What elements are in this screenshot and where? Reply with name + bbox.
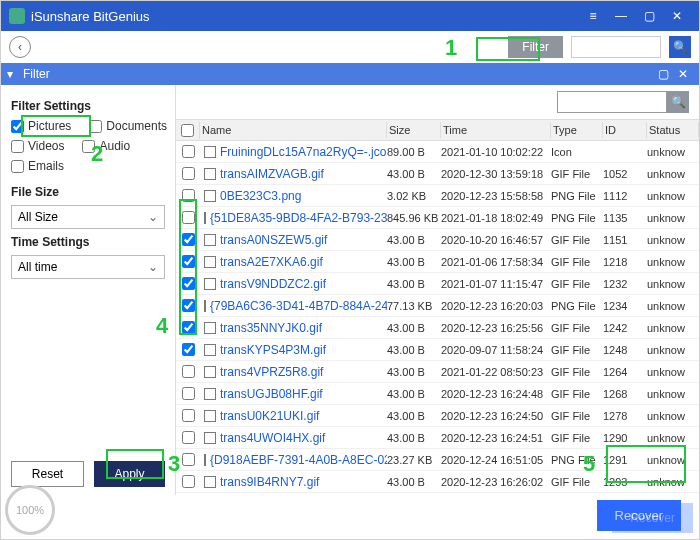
minimize-button[interactable]: —	[607, 1, 635, 31]
file-id: 1264	[603, 366, 647, 378]
table-row[interactable]: transAIMZVAGB.gif43.00 B2020-12-30 13:59…	[176, 163, 699, 185]
row-checkbox[interactable]	[182, 277, 195, 290]
file-icon	[204, 476, 216, 488]
table-row[interactable]: trans9IB4RNY7.gif43.00 B2020-12-23 16:26…	[176, 471, 699, 493]
toolbar-search-input[interactable]	[571, 36, 661, 58]
progress-circle: 100%	[5, 485, 55, 535]
file-id: 1293	[603, 476, 647, 488]
time-select[interactable]: All time⌄	[11, 255, 165, 279]
file-status: unknow	[647, 190, 699, 202]
file-name: {79BA6C36-3D41-4B7D-884A-242A39B2	[210, 299, 387, 313]
audio-checkbox[interactable]: Audio	[82, 139, 130, 153]
row-checkbox[interactable]	[182, 387, 195, 400]
back-button[interactable]: ‹	[9, 36, 31, 58]
file-type: GIF File	[551, 476, 603, 488]
file-name: transAIMZVAGB.gif	[220, 167, 324, 181]
panel-close-button[interactable]: ✕	[673, 67, 693, 81]
table-row[interactable]: transA2E7XKA6.gif43.00 B2021-01-06 17:58…	[176, 251, 699, 273]
table-row[interactable]: trans35NNYJK0.gif43.00 B2020-12-23 16:25…	[176, 317, 699, 339]
filter-button[interactable]: Filter	[508, 36, 563, 58]
results-search-input[interactable]	[557, 91, 667, 113]
file-type: GIF File	[551, 344, 603, 356]
close-button[interactable]: ✕	[663, 1, 691, 31]
file-size: 43.00 B	[387, 234, 441, 246]
table-row[interactable]: 0BE323C3.png3.02 KB2020-12-23 15:58:58PN…	[176, 185, 699, 207]
file-time: 2020-12-23 16:25:56	[441, 322, 551, 334]
table-row[interactable]: FruiningDLc15A7na2RyQ=-.jco89.00 B2021-0…	[176, 141, 699, 163]
file-id: 1218	[603, 256, 647, 268]
file-name: {D918AEBF-7391-4A0B-A8EC-02654252A	[210, 453, 387, 467]
col-size[interactable]: Size	[387, 122, 441, 138]
row-checkbox[interactable]	[182, 167, 195, 180]
pictures-checkbox[interactable]: Pictures	[11, 119, 71, 133]
file-status: unknow	[647, 432, 699, 444]
row-checkbox[interactable]	[182, 475, 195, 488]
row-checkbox[interactable]	[182, 453, 195, 466]
chevron-down-icon: ⌄	[148, 210, 158, 224]
row-checkbox[interactable]	[182, 343, 195, 356]
file-name: {51DE8A35-9BD8-4FA2-B793-231F21804	[210, 211, 387, 225]
results-search-button[interactable]: 🔍	[667, 91, 689, 113]
row-checkbox[interactable]	[182, 189, 195, 202]
table-row[interactable]: trans4VPRZ5R8.gif43.00 B2021-01-22 08:50…	[176, 361, 699, 383]
file-size: 3.02 KB	[387, 190, 441, 202]
row-checkbox[interactable]	[182, 299, 195, 312]
file-id: 1234	[603, 300, 647, 312]
videos-checkbox[interactable]: Videos	[11, 139, 64, 153]
toolbar-search-button[interactable]: 🔍	[669, 36, 691, 58]
table-row[interactable]: transA0NSZEW5.gif43.00 B2020-10-20 16:46…	[176, 229, 699, 251]
row-checkbox[interactable]	[182, 321, 195, 334]
file-name: transU0K21UKI.gif	[220, 409, 319, 423]
filter-panel-title: Filter	[23, 67, 50, 81]
file-size-select[interactable]: All Size⌄	[11, 205, 165, 229]
table-body[interactable]: FruiningDLc15A7na2RyQ=-.jco89.00 B2021-0…	[176, 141, 699, 495]
table-row[interactable]: {79BA6C36-3D41-4B7D-884A-242A39B277.13 K…	[176, 295, 699, 317]
panel-maximize-button[interactable]: ▢	[653, 67, 673, 81]
file-time: 2020-12-23 16:24:48	[441, 388, 551, 400]
documents-checkbox[interactable]: Documents	[89, 119, 167, 133]
row-checkbox[interactable]	[182, 145, 195, 158]
table-row[interactable]: transUGJB08HF.gif43.00 B2020-12-23 16:24…	[176, 383, 699, 405]
file-name: trans35NNYJK0.gif	[220, 321, 322, 335]
table-row[interactable]: transU0K21UKI.gif43.00 B2020-12-23 16:24…	[176, 405, 699, 427]
file-id: 1112	[603, 190, 647, 202]
file-name: trans9IB4RNY7.gif	[220, 475, 319, 489]
table-row[interactable]: trans4UWOI4HX.gif43.00 B2020-12-23 16:24…	[176, 427, 699, 449]
maximize-button[interactable]: ▢	[635, 1, 663, 31]
emails-checkbox[interactable]: Emails	[11, 159, 64, 173]
filter-settings-heading: Filter Settings	[11, 99, 165, 113]
file-icon	[204, 410, 216, 422]
row-checkbox[interactable]	[182, 233, 195, 246]
select-all-checkbox[interactable]	[181, 124, 194, 137]
apply-button[interactable]: Apply	[94, 461, 165, 487]
file-size: 89.00 B	[387, 146, 441, 158]
file-type: GIF File	[551, 322, 603, 334]
chevron-down-icon: ⌄	[148, 260, 158, 274]
file-icon	[204, 344, 216, 356]
file-size: 43.00 B	[387, 432, 441, 444]
table-row[interactable]: {D918AEBF-7391-4A0B-A8EC-02654252A23.27 …	[176, 449, 699, 471]
file-size: 43.00 B	[387, 168, 441, 180]
file-icon	[204, 212, 206, 224]
file-time: 2021-01-22 08:50:23	[441, 366, 551, 378]
row-checkbox[interactable]	[182, 255, 195, 268]
row-checkbox[interactable]	[182, 211, 195, 224]
row-checkbox[interactable]	[182, 431, 195, 444]
col-type[interactable]: Type	[551, 122, 603, 138]
col-status[interactable]: Status	[647, 122, 699, 138]
file-name: 0BE323C3.png	[220, 189, 301, 203]
table-row[interactable]: {51DE8A35-9BD8-4FA2-B793-231F21804845.96…	[176, 207, 699, 229]
col-time[interactable]: Time	[441, 122, 551, 138]
file-id: 1052	[603, 168, 647, 180]
row-checkbox[interactable]	[182, 409, 195, 422]
file-time: 2020-12-30 13:59:18	[441, 168, 551, 180]
menu-button[interactable]: ≡	[579, 1, 607, 31]
table-row[interactable]: transV9NDDZC2.gif43.00 B2021-01-07 11:15…	[176, 273, 699, 295]
file-name: transV9NDDZC2.gif	[220, 277, 326, 291]
table-row[interactable]: transKYPS4P3M.gif43.00 B2020-09-07 11:58…	[176, 339, 699, 361]
reset-button[interactable]: Reset	[11, 461, 84, 487]
file-time: 2020-09-07 11:58:24	[441, 344, 551, 356]
col-name[interactable]: Name	[200, 122, 387, 138]
row-checkbox[interactable]	[182, 365, 195, 378]
col-id[interactable]: ID	[603, 122, 647, 138]
